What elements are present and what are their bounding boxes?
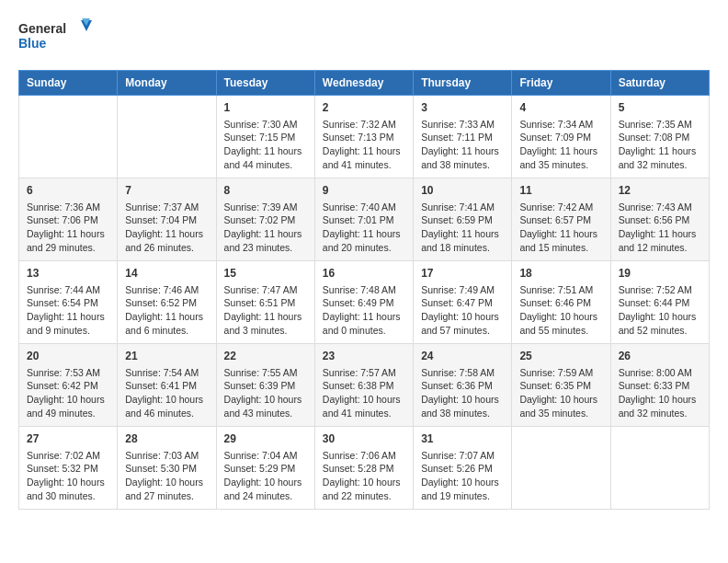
cell-line: Daylight: 11 hours — [125, 227, 208, 241]
calendar-week-row: 6Sunrise: 7:36 AMSunset: 7:06 PMDaylight… — [19, 178, 710, 261]
cell-line: Daylight: 11 hours — [224, 144, 307, 158]
cell-line: Sunrise: 7:40 AM — [323, 201, 405, 214]
cell-line: Daylight: 11 hours — [421, 227, 504, 241]
calendar-cell: 9Sunrise: 7:40 AMSunset: 7:01 PMDaylight… — [314, 178, 413, 261]
cell-line: Daylight: 10 hours — [619, 393, 701, 407]
day-number: 1 — [224, 100, 307, 116]
cell-line: Sunrise: 7:52 AM — [619, 283, 701, 297]
day-number: 29 — [224, 431, 307, 447]
cell-line: Sunrise: 7:35 AM — [619, 118, 701, 132]
weekday-header: Wednesday — [314, 71, 413, 96]
cell-line: and 29 minutes. — [27, 241, 109, 255]
cell-line: and 49 minutes. — [27, 407, 109, 420]
cell-line: Daylight: 10 hours — [421, 310, 504, 324]
cell-line: Sunset: 6:36 PM — [421, 379, 504, 393]
cell-line: Daylight: 10 hours — [323, 476, 405, 489]
cell-line: and 41 minutes. — [323, 407, 405, 420]
day-number: 15 — [224, 266, 307, 282]
cell-line: Sunrise: 7:51 AM — [519, 283, 602, 297]
cell-line: Sunset: 7:11 PM — [421, 131, 504, 144]
cell-line: and 3 minutes. — [224, 324, 307, 338]
cell-line: and 43 minutes. — [224, 407, 307, 420]
cell-line: Sunset: 6:51 PM — [224, 296, 307, 310]
day-number: 19 — [619, 266, 701, 282]
cell-line: Sunrise: 7:54 AM — [125, 366, 208, 380]
cell-line: Daylight: 10 hours — [27, 476, 109, 489]
cell-line: and 30 minutes. — [27, 489, 109, 503]
cell-line: Sunset: 7:08 PM — [619, 131, 701, 144]
cell-line: Sunset: 6:38 PM — [323, 379, 405, 393]
calendar-cell — [610, 427, 709, 510]
day-number: 20 — [27, 349, 109, 364]
cell-line: and 24 minutes. — [224, 489, 307, 503]
day-number: 9 — [323, 183, 405, 199]
calendar-cell: 29Sunrise: 7:04 AMSunset: 5:29 PMDayligh… — [216, 427, 314, 510]
cell-line: Sunrise: 7:02 AM — [27, 449, 109, 463]
cell-line: and 44 minutes. — [224, 158, 307, 172]
cell-line: Sunrise: 7:33 AM — [421, 118, 504, 132]
cell-line: and 35 minutes. — [519, 407, 602, 420]
cell-line: and 52 minutes. — [619, 324, 701, 338]
calendar-cell: 24Sunrise: 7:58 AMSunset: 6:36 PMDayligh… — [414, 344, 512, 427]
cell-line: and 38 minutes. — [421, 407, 504, 420]
calendar-cell — [512, 427, 610, 510]
calendar-cell: 6Sunrise: 7:36 AMSunset: 7:06 PMDaylight… — [19, 178, 118, 261]
cell-line: Sunset: 7:02 PM — [224, 213, 307, 227]
calendar-week-row: 20Sunrise: 7:53 AMSunset: 6:42 PMDayligh… — [19, 344, 710, 427]
calendar-table: SundayMondayTuesdayWednesdayThursdayFrid… — [18, 70, 710, 510]
day-number: 18 — [519, 266, 602, 282]
cell-line: Sunset: 7:01 PM — [323, 213, 405, 227]
cell-line: Sunset: 5:32 PM — [27, 462, 109, 476]
cell-line: Sunset: 5:29 PM — [224, 462, 307, 476]
cell-line: and 15 minutes. — [519, 241, 602, 255]
calendar-cell: 12Sunrise: 7:43 AMSunset: 6:56 PMDayligh… — [610, 178, 709, 261]
cell-line: Daylight: 10 hours — [224, 476, 307, 489]
cell-line: and 0 minutes. — [323, 324, 405, 338]
cell-line: Sunrise: 7:42 AM — [519, 201, 602, 214]
cell-line: Sunset: 6:49 PM — [323, 296, 405, 310]
day-number: 10 — [421, 183, 504, 199]
day-number: 12 — [619, 183, 701, 199]
day-number: 13 — [27, 266, 109, 282]
cell-line: Daylight: 10 hours — [519, 310, 602, 324]
cell-line: Daylight: 11 hours — [421, 144, 504, 158]
calendar-cell: 18Sunrise: 7:51 AMSunset: 6:46 PMDayligh… — [512, 261, 610, 344]
weekday-header: Friday — [512, 71, 610, 96]
day-number: 23 — [323, 349, 405, 364]
cell-line: Daylight: 10 hours — [519, 393, 602, 407]
calendar-cell: 4Sunrise: 7:34 AMSunset: 7:09 PMDaylight… — [512, 96, 610, 178]
calendar-cell: 13Sunrise: 7:44 AMSunset: 6:54 PMDayligh… — [19, 261, 118, 344]
cell-line: Daylight: 11 hours — [27, 227, 109, 241]
calendar-cell: 8Sunrise: 7:39 AMSunset: 7:02 PMDaylight… — [216, 178, 314, 261]
calendar-cell: 2Sunrise: 7:32 AMSunset: 7:13 PMDaylight… — [314, 96, 413, 178]
logo: General Blue — [18, 18, 92, 55]
cell-line: Sunset: 6:41 PM — [125, 379, 208, 393]
calendar-cell: 31Sunrise: 7:07 AMSunset: 5:26 PMDayligh… — [414, 427, 512, 510]
calendar-cell: 27Sunrise: 7:02 AMSunset: 5:32 PMDayligh… — [19, 427, 118, 510]
day-number: 11 — [519, 183, 602, 199]
weekday-header: Monday — [118, 71, 216, 96]
cell-line: and 18 minutes. — [421, 241, 504, 255]
cell-line: Sunrise: 7:58 AM — [421, 366, 504, 380]
day-number: 28 — [125, 431, 208, 447]
cell-line: Daylight: 10 hours — [125, 393, 208, 407]
calendar-cell: 7Sunrise: 7:37 AMSunset: 7:04 PMDaylight… — [118, 178, 216, 261]
day-number: 31 — [421, 431, 504, 447]
cell-line: Daylight: 11 hours — [323, 144, 405, 158]
calendar-week-row: 27Sunrise: 7:02 AMSunset: 5:32 PMDayligh… — [19, 427, 710, 510]
cell-line: Sunrise: 7:04 AM — [224, 449, 307, 463]
calendar-cell: 30Sunrise: 7:06 AMSunset: 5:28 PMDayligh… — [314, 427, 413, 510]
calendar-cell — [118, 96, 216, 178]
cell-line: and 20 minutes. — [323, 241, 405, 255]
cell-line: Sunset: 5:28 PM — [323, 462, 405, 476]
cell-line: Sunrise: 7:43 AM — [619, 201, 701, 214]
cell-line: Sunrise: 7:41 AM — [421, 201, 504, 214]
calendar-week-row: 13Sunrise: 7:44 AMSunset: 6:54 PMDayligh… — [19, 261, 710, 344]
calendar-cell: 1Sunrise: 7:30 AMSunset: 7:15 PMDaylight… — [216, 96, 314, 178]
cell-line: Sunset: 6:57 PM — [519, 213, 602, 227]
cell-line: Sunrise: 7:36 AM — [27, 201, 109, 214]
weekday-header: Tuesday — [216, 71, 314, 96]
cell-line: Daylight: 11 hours — [619, 227, 701, 241]
cell-line: Sunrise: 7:57 AM — [323, 366, 405, 380]
cell-line: and 6 minutes. — [125, 324, 208, 338]
